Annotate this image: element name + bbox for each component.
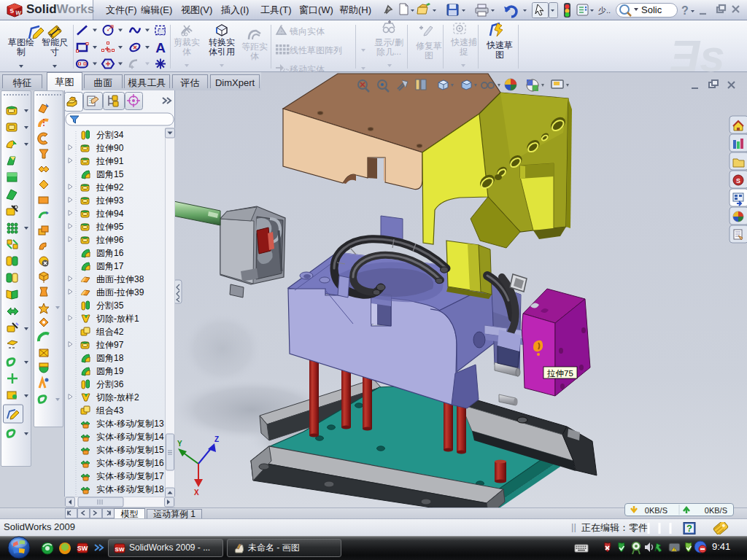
svg-text:拉伸92: 拉伸92 — [96, 182, 124, 192]
svg-text:拉伸96: 拉伸96 — [96, 235, 124, 245]
svg-text:实体-移动/复制13: 实体-移动/复制13 — [96, 419, 164, 429]
svg-text:分割34: 分割34 — [96, 130, 124, 140]
svg-text:曲面-拉伸38: 曲面-拉伸38 — [96, 274, 144, 284]
svg-text:少..: 少.. — [598, 6, 611, 15]
svg-text:拉伸97: 拉伸97 — [96, 340, 124, 350]
svg-text:0KB/S: 0KB/S — [645, 506, 667, 515]
svg-text:圆角15: 圆角15 — [96, 169, 124, 179]
svg-text:拉伸90: 拉伸90 — [96, 143, 124, 153]
svg-text:圆角19: 圆角19 — [96, 366, 124, 376]
svg-text:Y: Y — [177, 440, 182, 448]
svg-text:实体-移动/复制15: 实体-移动/复制15 — [96, 445, 164, 455]
svg-text:SW: SW — [115, 546, 125, 553]
svg-text:?: ? — [686, 523, 692, 534]
svg-text:实体-移动/复制17: 实体-移动/复制17 — [96, 471, 164, 481]
svg-text:Ǝs: Ǝs — [670, 31, 725, 72]
svg-text:分割36: 分割36 — [96, 379, 124, 389]
svg-text:拉伸95: 拉伸95 — [96, 222, 124, 232]
svg-text:拉伸75: 拉伸75 — [546, 369, 573, 378]
svg-text:切除-放样1: 切除-放样1 — [96, 314, 139, 324]
svg-text:拉伸93: 拉伸93 — [96, 195, 124, 206]
svg-text:X: X — [194, 489, 199, 497]
svg-text:0KB/S: 0KB/S — [705, 506, 727, 515]
svg-text:组合42: 组合42 — [96, 327, 124, 337]
svg-text:?: ? — [681, 4, 689, 17]
svg-text:分割35: 分割35 — [96, 300, 124, 311]
svg-text:圆角18: 圆角18 — [96, 353, 124, 363]
svg-text:W: W — [15, 9, 22, 17]
svg-text:实体-移动/复制18: 实体-移动/复制18 — [96, 484, 164, 494]
svg-text:圆角16: 圆角16 — [96, 248, 124, 258]
svg-text:曲面-拉伸39: 曲面-拉伸39 — [96, 287, 144, 298]
svg-text:切除-放样2: 切除-放样2 — [96, 392, 139, 402]
svg-text:实体-移动/复制14: 实体-移动/复制14 — [96, 432, 164, 442]
svg-text:组合43: 组合43 — [96, 405, 124, 416]
svg-text:Z: Z — [214, 435, 219, 443]
svg-text:拉伸91: 拉伸91 — [96, 156, 124, 166]
svg-text:实体-移动/复制16: 实体-移动/复制16 — [96, 458, 164, 468]
svg-text:拉伸94: 拉伸94 — [96, 209, 124, 219]
svg-text:圆角17: 圆角17 — [96, 261, 124, 271]
svg-text:S: S — [736, 177, 740, 184]
svg-text:SW: SW — [77, 545, 88, 552]
svg-text:Solic: Solic — [641, 4, 662, 15]
